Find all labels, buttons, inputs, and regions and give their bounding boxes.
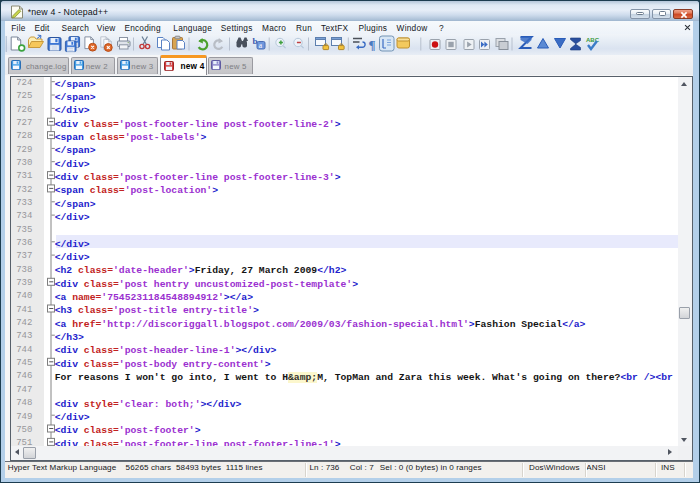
svg-text:¶: ¶ xyxy=(369,37,376,52)
